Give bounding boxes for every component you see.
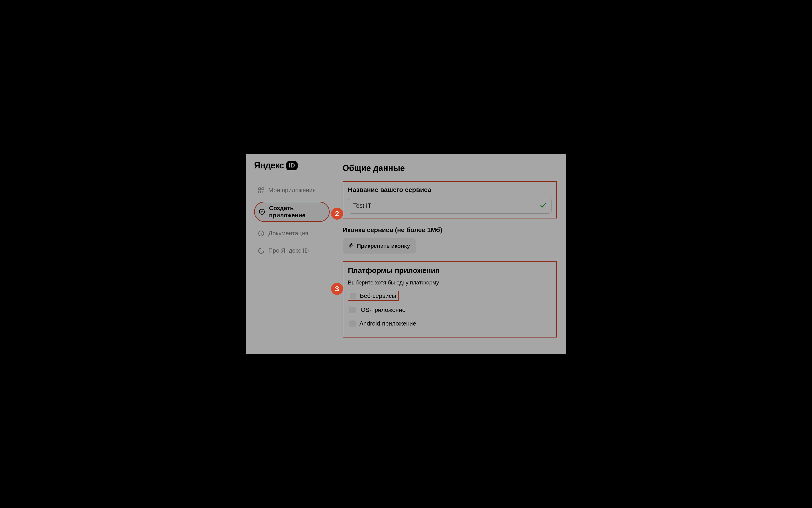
sidebar: Яндекс ID Мои приложения Создать приложе… [246, 154, 338, 354]
platform-label: Веб-сервисы [360, 292, 396, 299]
yandex-id-icon [258, 247, 265, 254]
service-name-input-wrap [348, 198, 552, 214]
service-name-label: Название вашего сервиса [348, 186, 552, 194]
svg-rect-0 [259, 187, 261, 189]
logo-badge: ID [286, 161, 298, 170]
checkbox-icon[interactable] [349, 307, 356, 313]
sidebar-item-about[interactable]: Про Яндекс ID [254, 245, 330, 257]
platform-option-web[interactable]: Веб-сервисы [348, 291, 399, 301]
platform-option-ios[interactable]: iOS-приложение [348, 305, 552, 314]
sidebar-item-label: Про Яндекс ID [268, 247, 309, 254]
svg-rect-2 [259, 191, 261, 193]
platforms-title: Платформы приложения [348, 266, 552, 275]
sidebar-item-docs[interactable]: Документация [254, 227, 330, 239]
checkbox-icon[interactable] [350, 293, 356, 299]
logo: Яндекс ID [254, 161, 330, 170]
checkmark-icon [540, 202, 546, 210]
platforms-hint: Выберите хотя бы одну платформу [348, 280, 552, 286]
platform-option-android[interactable]: Android-приложение [348, 319, 552, 328]
platform-label: Android-приложение [360, 320, 416, 327]
info-circle-icon [258, 230, 265, 237]
nav-list: Мои приложения Создать приложение Докуме… [254, 184, 330, 257]
sidebar-item-create-app[interactable]: Создать приложение [254, 202, 330, 222]
icon-upload-block: Иконка сервиса (не более 1Мб) Прикрепить… [343, 226, 557, 254]
sidebar-item-label: Документация [268, 230, 308, 237]
paperclip-icon [348, 243, 354, 249]
service-name-block: Название вашего сервиса [343, 181, 557, 218]
sidebar-item-label: Мои приложения [268, 186, 316, 194]
attach-icon-button[interactable]: Прикрепить иконку [343, 238, 416, 254]
attach-button-label: Прикрепить иконку [357, 243, 410, 249]
sidebar-item-my-apps[interactable]: Мои приложения [254, 184, 330, 196]
svg-rect-1 [262, 187, 264, 189]
platforms-block: Платформы приложения Выберите хотя бы од… [343, 261, 557, 338]
checkbox-icon[interactable] [349, 321, 356, 327]
section-title: Общие данные [343, 163, 557, 173]
sidebar-item-label: Создать приложение [269, 205, 325, 219]
platform-label: iOS-приложение [360, 306, 405, 313]
main-content: Общие данные Название вашего сервиса Ико… [338, 154, 566, 354]
plus-circle-icon [258, 208, 266, 215]
logo-text: Яндекс [254, 161, 284, 170]
icon-upload-label: Иконка сервиса (не более 1Мб) [343, 226, 557, 234]
apps-grid-icon [258, 187, 265, 194]
service-name-input[interactable] [348, 198, 552, 214]
